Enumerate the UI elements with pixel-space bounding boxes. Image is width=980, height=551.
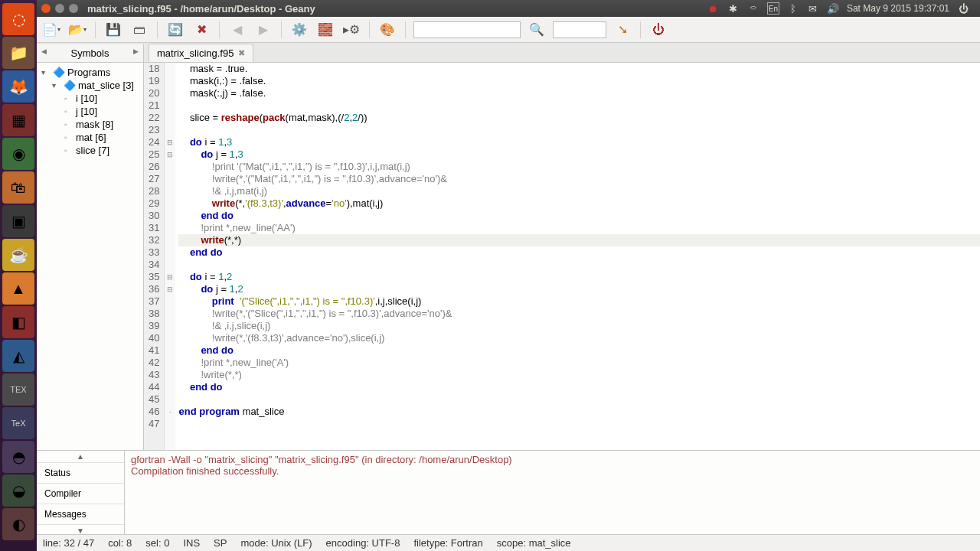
- mail-icon[interactable]: ✉: [807, 2, 819, 15]
- line-number-gutter: 1819202122232425262728293031323334353637…: [144, 63, 165, 450]
- status-line: line: 32 / 47: [43, 537, 94, 549]
- status-sel: sel: 0: [145, 537, 169, 549]
- compile-button[interactable]: ⚙️: [289, 20, 309, 40]
- language-indicator[interactable]: En: [767, 2, 779, 15]
- launcher-files-icon[interactable]: 📁: [2, 37, 34, 69]
- power-icon[interactable]: ⏻: [957, 2, 969, 15]
- tree-program[interactable]: ▾🔷 mat_slice [3]: [38, 79, 142, 92]
- bluetooth-icon[interactable]: ᛒ: [787, 2, 799, 15]
- window-minimize-icon[interactable]: [55, 4, 64, 13]
- code-content[interactable]: mask = .true. mask(i,:) = .false. mask(:…: [175, 63, 980, 450]
- tree-var[interactable]: ◦j [10]: [38, 105, 142, 118]
- launcher-chrome-icon[interactable]: ◉: [2, 138, 34, 170]
- volume-icon[interactable]: 🔊: [827, 2, 839, 15]
- status-filetype: filetype: Fortran: [413, 537, 482, 549]
- window-close-icon[interactable]: [41, 4, 51, 13]
- launcher-tex-icon[interactable]: TEX: [2, 373, 34, 406]
- status-mode: mode: Unix (LF): [240, 537, 312, 549]
- status-col: col: 8: [108, 537, 132, 549]
- launcher-app-icon[interactable]: ▦: [2, 104, 34, 136]
- new-file-button[interactable]: 📄▾: [41, 20, 61, 40]
- save-all-button[interactable]: 🗃: [129, 20, 149, 40]
- statusbar: line: 32 / 47 col: 8 sel: 0 INS SP mode:…: [37, 534, 980, 551]
- launcher-geany-icon[interactable]: ☕: [2, 239, 34, 271]
- bottom-panel: ▲ Status Compiler Messages ▼ gfortran -W…: [37, 450, 980, 534]
- launcher-terminal-icon[interactable]: ▣: [2, 205, 34, 237]
- fold-gutter[interactable]: ⊟⊟⊟⊟-: [165, 63, 175, 450]
- tabbar: ◀ Symbols ▶ matrix_slicing.f95 ✖: [37, 43, 980, 63]
- clock[interactable]: Sat May 9 2015 19:37:01: [847, 3, 949, 14]
- search-input[interactable]: [413, 21, 521, 38]
- execute-button[interactable]: ▸⚙: [341, 20, 361, 40]
- sidebar-left-arrow-icon[interactable]: ◀: [38, 47, 50, 55]
- launcher-app2-icon[interactable]: ◧: [2, 306, 34, 338]
- ubuntu-dash-icon[interactable]: ◌: [2, 3, 34, 35]
- tree-var[interactable]: ◦slice [7]: [38, 144, 142, 157]
- dropbox-icon[interactable]: ✱: [727, 2, 740, 15]
- bottom-tabs: ▲ Status Compiler Messages ▼: [37, 451, 125, 534]
- status-ins: INS: [183, 537, 200, 549]
- color-chooser-button[interactable]: 🎨: [377, 20, 397, 40]
- status-scope: scope: mat_slice: [497, 537, 571, 549]
- unity-launcher: ◌ 📁 🦊 ▦ ◉ 🛍 ▣ ☕ ▲ ◧ ◭ TEX TeX ◓ ◒ ◐: [0, 0, 37, 551]
- status-sp: SP: [214, 537, 227, 549]
- build-button[interactable]: 🧱: [315, 20, 335, 40]
- main-area: matrix_slicing.f95 - /home/arun/Desktop …: [37, 0, 980, 551]
- bottom-tab-up-arrow-icon[interactable]: ▲: [37, 451, 124, 463]
- quit-button[interactable]: ⏻: [648, 20, 668, 40]
- close-button[interactable]: ✖: [191, 20, 211, 40]
- launcher-app4-icon[interactable]: ◓: [2, 441, 34, 473]
- window-title: matrix_slicing.f95 - /home/arun/Desktop …: [87, 3, 315, 15]
- tab-label: matrix_slicing.f95: [157, 47, 234, 59]
- output-line: Compilation finished successfully.: [131, 465, 974, 477]
- bottom-tab-status[interactable]: Status: [37, 463, 124, 484]
- record-icon[interactable]: ⏺: [707, 2, 720, 15]
- launcher-app3-icon[interactable]: ◭: [2, 340, 34, 372]
- tree-var[interactable]: ◦mat [6]: [38, 131, 142, 144]
- nav-forward-button[interactable]: ▶: [253, 20, 273, 40]
- wifi-icon[interactable]: ⌔: [747, 2, 760, 15]
- open-file-button[interactable]: 📂▾: [67, 20, 87, 40]
- goto-line-input[interactable]: [553, 21, 606, 38]
- compiler-output[interactable]: gfortran -Wall -o "matrix_slicing" "matr…: [125, 451, 980, 534]
- window-maximize-icon[interactable]: [69, 4, 78, 13]
- sidebar-right-arrow-icon[interactable]: ▶: [130, 47, 142, 55]
- launcher-software-icon[interactable]: 🛍: [2, 171, 34, 204]
- symbols-sidebar[interactable]: ▾🔷 Programs ▾🔷 mat_slice [3] ◦i [10] ◦j …: [37, 63, 144, 450]
- nav-back-button[interactable]: ◀: [227, 20, 247, 40]
- workspace: ▾🔷 Programs ▾🔷 mat_slice [3] ◦i [10] ◦j …: [37, 63, 980, 450]
- status-encoding: encoding: UTF-8: [326, 537, 400, 549]
- launcher-app6-icon[interactable]: ◐: [2, 508, 34, 540]
- code-editor[interactable]: 1819202122232425262728293031323334353637…: [144, 63, 980, 450]
- toolbar: 📄▾ 📂▾ 💾 🗃 🔄 ✖ ◀ ▶ ⚙️ 🧱 ▸⚙ 🎨 🔍 ➘ ⏻: [37, 17, 980, 43]
- output-line: gfortran -Wall -o "matrix_slicing" "matr…: [131, 454, 974, 465]
- sidebar-header[interactable]: ◀ Symbols ▶: [37, 44, 144, 62]
- reload-button[interactable]: 🔄: [165, 20, 185, 40]
- bottom-tab-compiler[interactable]: Compiler: [37, 484, 124, 504]
- save-button[interactable]: 💾: [103, 20, 123, 40]
- system-tray: ⏺ ✱ ⌔ En ᛒ ✉ 🔊 Sat May 9 2015 19:37:01 ⏻: [707, 2, 975, 15]
- titlebar: matrix_slicing.f95 - /home/arun/Desktop …: [37, 0, 980, 17]
- tree-var[interactable]: ◦i [10]: [38, 92, 142, 105]
- launcher-app5-icon[interactable]: ◒: [2, 474, 34, 507]
- search-icon[interactable]: 🔍: [527, 20, 547, 40]
- tree-var[interactable]: ◦mask [8]: [38, 118, 142, 131]
- bottom-tab-messages[interactable]: Messages: [37, 504, 124, 525]
- launcher-firefox-icon[interactable]: 🦊: [2, 70, 34, 103]
- tab-close-icon[interactable]: ✖: [238, 48, 245, 58]
- launcher-tex2-icon[interactable]: TeX: [2, 407, 34, 439]
- launcher-vlc-icon[interactable]: ▲: [2, 272, 34, 305]
- window-controls: [41, 4, 78, 13]
- goto-line-button[interactable]: ➘: [612, 20, 632, 40]
- file-tab[interactable]: matrix_slicing.f95 ✖: [149, 44, 253, 62]
- tree-root[interactable]: ▾🔷 Programs: [38, 66, 142, 79]
